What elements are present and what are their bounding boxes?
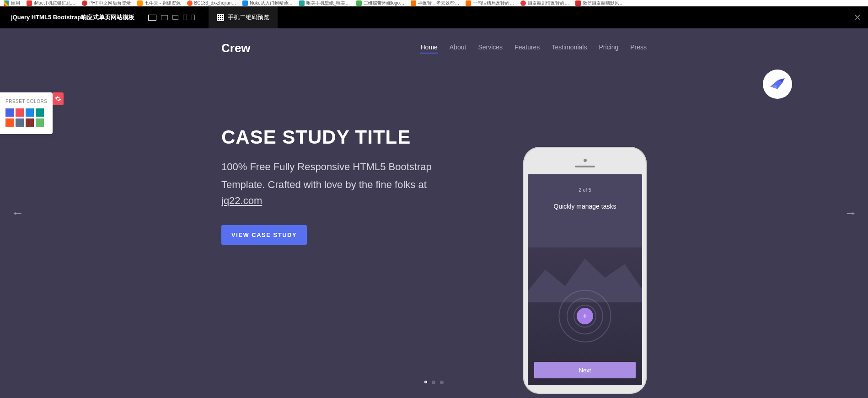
site-header: Crew Home About Services Features Testim… — [221, 28, 647, 55]
color-swatch[interactable] — [16, 108, 24, 117]
tablet-h-icon[interactable] — [172, 15, 178, 20]
plus-icon: + — [577, 308, 593, 324]
view-case-study-button[interactable]: VIEW CASE STUDY — [221, 225, 307, 245]
color-swatch[interactable] — [5, 108, 14, 117]
bookmark-item[interactable]: iMac开机按键汇总… — [27, 0, 75, 6]
preview-bar: jQuery HTML5 Bootstrap响应式单页网站模板 手机二维码预览 … — [0, 6, 868, 28]
device-switcher — [148, 15, 195, 21]
nav-home[interactable]: Home — [420, 43, 437, 54]
bookmark-icon — [82, 0, 87, 6]
color-swatch[interactable] — [36, 118, 44, 127]
color-swatch[interactable] — [5, 118, 14, 127]
bookmark-item[interactable]: PHP中文网后台登录 — [82, 0, 131, 6]
nav-press[interactable]: Press — [630, 43, 647, 54]
phone-page-indicator: 2 of 5 — [528, 174, 642, 193]
bookmark-item[interactable]: 神反转，孝云这些… — [411, 0, 459, 6]
nav-services[interactable]: Services — [478, 43, 503, 54]
hero-title: CASE STUDY TITLE — [221, 126, 450, 148]
slider-dot-2[interactable] — [432, 381, 435, 384]
color-swatch[interactable] — [36, 108, 44, 117]
nav-testimonials[interactable]: Testimonials — [552, 43, 587, 54]
bookmarks-bar: 应用 iMac开机按键汇总… PHP中文网后台登录 七牛云 - 创建资源 BC1… — [0, 0, 868, 6]
bookmark-label: 微信朋友圈幽默风… — [583, 0, 624, 6]
phone-camera — [584, 159, 587, 162]
bookmark-icon — [299, 0, 305, 6]
bookmark-icon — [411, 0, 416, 6]
bookmark-item[interactable]: 朋友圈剧情反转的… — [520, 0, 569, 6]
slider-prev-icon[interactable]: ← — [11, 206, 24, 221]
bookmark-icon — [187, 0, 193, 6]
bookmark-label: 应用 — [11, 0, 20, 6]
color-swatch[interactable] — [26, 118, 34, 127]
bookmark-label: PHP中文网后台登录 — [89, 0, 131, 6]
bookmark-label: 一句话结局反转的… — [473, 0, 514, 6]
bookmark-item[interactable]: BC133_dx-zhejian… — [187, 0, 236, 6]
apps-icon — [4, 0, 9, 6]
bookmark-icon — [242, 0, 248, 6]
bookmark-label: 唯美手机壁纸_唯美… — [306, 0, 350, 6]
bookmark-label: iMac开机按键汇总… — [34, 0, 75, 6]
preview-title: jQuery HTML5 Bootstrap响应式单页网站模板 — [0, 13, 134, 22]
bookmark-icon — [520, 0, 526, 6]
hero-desc-line1: 100% Free Fully Responsive HTML5 Bootstr… — [221, 159, 450, 174]
bookmark-label: 神反转，孝云这些… — [418, 0, 459, 6]
preset-title: PRESET COLORS — [5, 99, 47, 104]
hero-section: Crew Home About Services Features Testim… — [0, 28, 868, 398]
hero-desc-line2: Template. Crafted with love by the fine … — [221, 177, 450, 192]
hero-text: CASE STUDY TITLE 100% Free Fully Respons… — [221, 126, 450, 245]
bookmark-icon — [356, 0, 362, 6]
bookmark-icon — [466, 0, 471, 6]
gear-icon[interactable] — [53, 92, 64, 105]
slider-dot-1[interactable] — [424, 381, 427, 383]
color-swatch[interactable] — [16, 118, 24, 127]
color-swatch[interactable] — [26, 108, 34, 117]
logo[interactable]: Crew — [221, 41, 251, 55]
bookmark-apps[interactable]: 应用 — [4, 0, 20, 6]
bookmark-item[interactable]: 微信朋友圈幽默风… — [575, 0, 624, 6]
bookmark-label: 七牛云 - 创建资源 — [145, 0, 181, 6]
phone-next-button: Next — [534, 362, 636, 378]
bookmark-item[interactable]: 唯美手机壁纸_唯美… — [299, 0, 350, 6]
laptop-icon[interactable] — [161, 15, 168, 20]
phone-speaker — [575, 166, 595, 167]
hero-content: CASE STUDY TITLE 100% Free Fully Respons… — [221, 55, 647, 245]
slider-dots — [424, 381, 444, 384]
bookmark-label: Nuke从入门到精通… — [250, 0, 292, 6]
phone-bg-mountain: + Next — [528, 247, 642, 385]
phone-screen: 2 of 5 Quickly manage tasks + Next — [528, 174, 642, 385]
bookmark-item[interactable]: 三维编带环绕logo… — [356, 0, 404, 6]
bookmark-icon — [575, 0, 581, 6]
bird-badge-icon[interactable] — [763, 70, 792, 99]
bookmark-label: BC133_dx-zhejian… — [194, 0, 236, 5]
desktop-icon[interactable] — [148, 15, 156, 21]
qr-preview-button[interactable]: 手机二维码预览 — [209, 6, 278, 28]
tablet-v-icon[interactable] — [183, 15, 187, 20]
hero-link[interactable]: jq22.com — [221, 195, 262, 206]
nav-features[interactable]: Features — [514, 43, 540, 54]
qr-label: 手机二维码预览 — [228, 13, 269, 22]
preset-colors-panel: PRESET COLORS — [0, 92, 53, 134]
bookmark-label: 朋友圈剧情反转的… — [528, 0, 569, 6]
bookmark-item[interactable]: 一句话结局反转的… — [466, 0, 514, 6]
bookmark-icon — [27, 0, 32, 6]
phone-icon[interactable] — [192, 15, 195, 20]
qr-icon — [217, 14, 224, 21]
main-nav: Home About Services Features Testimonial… — [420, 43, 647, 54]
phone-top — [528, 151, 642, 174]
close-icon[interactable]: × — [854, 11, 861, 24]
bookmark-icon — [137, 0, 143, 6]
phone-screen-title: Quickly manage tasks — [528, 203, 642, 210]
nav-about[interactable]: About — [450, 43, 466, 54]
bookmark-item[interactable]: 七牛云 - 创建资源 — [137, 0, 181, 6]
phone-mockup: 2 of 5 Quickly manage tasks + Next — [523, 147, 647, 394]
slider-dot-3[interactable] — [440, 381, 444, 384]
bookmark-item[interactable]: Nuke从入门到精通… — [242, 0, 292, 6]
nav-pricing[interactable]: Pricing — [599, 43, 618, 54]
bookmark-label: 三维编带环绕logo… — [364, 0, 404, 6]
slider-next-icon[interactable]: → — [844, 206, 857, 221]
